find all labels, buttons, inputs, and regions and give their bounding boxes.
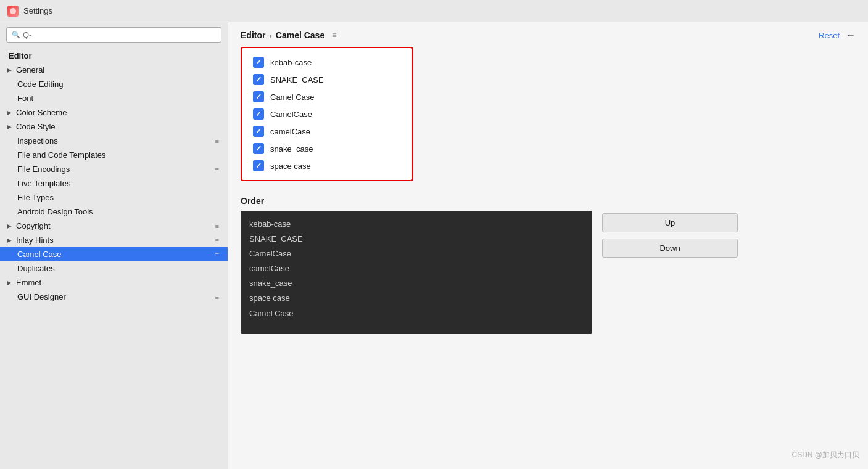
breadcrumb-separator: › — [269, 31, 271, 40]
sidebar-item-file-encodings[interactable]: File Encodings ≡ — [0, 162, 228, 176]
search-box[interactable]: 🔍 — [6, 27, 221, 43]
sidebar-item-label: Inspections — [17, 136, 58, 145]
checkbox-label-camel-case-lower: camelCase — [270, 127, 310, 136]
sidebar-item-copyright[interactable]: ▶ Copyright ≡ — [0, 219, 228, 233]
down-button[interactable]: Down — [602, 239, 738, 258]
settings-icon-inlay-hints: ≡ — [215, 237, 219, 244]
sidebar-item-label: GUI Designer — [17, 292, 66, 301]
order-buttons: Up Down — [602, 213, 738, 258]
checkbox-space-case[interactable] — [253, 160, 264, 171]
checkboxes-panel: kebab-caseSNAKE_CASECamel CaseCamelCasec… — [241, 47, 413, 181]
settings-icon-inspections: ≡ — [215, 137, 219, 145]
settings-icon-camel-case: ≡ — [215, 251, 219, 258]
sidebar-item-label: File Encodings — [17, 165, 70, 174]
sidebar-item-label: Live Templates — [17, 179, 70, 188]
sidebar-item-color-scheme[interactable]: ▶ Color Scheme — [0, 105, 228, 120]
checkbox-row-space-case: space case — [253, 160, 401, 171]
up-button[interactable]: Up — [602, 213, 738, 232]
search-input[interactable] — [23, 30, 216, 39]
content-area: Editor › Camel Case ≡ Reset ← kebab-case… — [228, 22, 868, 469]
checkbox-row-camel-case-spaced: Camel Case — [253, 91, 401, 102]
sidebar-item-label: Copyright — [16, 221, 51, 230]
order-list-item[interactable]: Camel Case — [249, 306, 584, 321]
expand-arrow-emmet: ▶ — [5, 279, 14, 286]
sidebar-item-label: File and Code Templates — [17, 150, 106, 160]
checkbox-camel-case-spaced[interactable] — [253, 91, 264, 102]
checkbox-row-camel-case-lower: camelCase — [253, 126, 401, 137]
sidebar-item-gui-designer[interactable]: GUI Designer ≡ — [0, 290, 228, 304]
sidebar-item-code-style[interactable]: ▶ Code Style — [0, 120, 228, 134]
order-list-item[interactable]: snake_case — [249, 276, 584, 291]
sidebar-item-file-types[interactable]: File Types — [0, 190, 228, 205]
checkbox-label-snake-case-upper: SNAKE_CASE — [270, 75, 324, 84]
settings-icon-file-encodings: ≡ — [215, 166, 219, 173]
svg-point-0 — [10, 8, 16, 14]
order-layout: kebab-caseSNAKE_CASECamelCasecamelCasesn… — [241, 211, 856, 334]
order-list: kebab-caseSNAKE_CASECamelCasecamelCasesn… — [241, 211, 592, 334]
checkbox-snake-case-lower[interactable] — [253, 143, 264, 154]
breadcrumb-icon: ≡ — [332, 31, 336, 39]
sidebar-item-font[interactable]: Font — [0, 91, 228, 105]
content-panel: kebab-caseSNAKE_CASECamel CaseCamelCasec… — [228, 47, 868, 469]
back-button[interactable]: ← — [846, 30, 856, 41]
expand-arrow-code-style: ▶ — [5, 123, 14, 130]
watermark: CSDN @加贝力口贝 — [792, 450, 859, 460]
sidebar-item-label: Inlay Hints — [16, 235, 54, 245]
checkbox-row-snake-case-lower: snake_case — [253, 143, 401, 154]
settings-icon-copyright: ≡ — [215, 222, 219, 230]
main-layout: 🔍 Editor ▶ General Code Editing Font ▶ C… — [0, 22, 868, 469]
sidebar-item-emmet[interactable]: ▶ Emmet — [0, 275, 228, 290]
sidebar-item-label: Android Design Tools — [17, 207, 93, 216]
checkbox-kebab-case[interactable] — [253, 57, 264, 68]
order-list-item[interactable]: space case — [249, 291, 584, 306]
breadcrumb-parent: Editor — [241, 30, 265, 40]
checkbox-camel-case-nospace[interactable] — [253, 108, 264, 120]
sidebar-item-general[interactable]: ▶ General — [0, 63, 228, 77]
sidebar: 🔍 Editor ▶ General Code Editing Font ▶ C… — [0, 22, 228, 469]
sidebar-item-label: File Types — [17, 193, 54, 202]
order-list-item[interactable]: CamelCase — [249, 247, 584, 261]
checkbox-camel-case-lower[interactable] — [253, 126, 264, 137]
sidebar-item-code-editing[interactable]: Code Editing — [0, 77, 228, 91]
breadcrumb-current: Camel Case — [276, 30, 324, 40]
checkbox-label-camel-case-spaced: Camel Case — [270, 92, 315, 102]
checkbox-snake-case-upper[interactable] — [253, 74, 264, 85]
order-list-item[interactable]: SNAKE_CASE — [249, 232, 584, 247]
sidebar-item-duplicates[interactable]: Duplicates — [0, 261, 228, 275]
order-list-item[interactable]: kebab-case — [249, 217, 584, 232]
breadcrumb: Editor › Camel Case ≡ — [241, 30, 336, 40]
reset-button[interactable]: Reset — [819, 31, 840, 40]
content-header: Editor › Camel Case ≡ Reset ← — [228, 22, 868, 47]
sidebar-item-label: Duplicates — [17, 264, 55, 273]
order-list-item[interactable]: camelCase — [249, 261, 584, 276]
sidebar-item-inlay-hints[interactable]: ▶ Inlay Hints ≡ — [0, 233, 228, 247]
checkbox-label-kebab-case: kebab-case — [270, 58, 312, 67]
checkbox-row-snake-case-upper: SNAKE_CASE — [253, 74, 401, 85]
sidebar-item-live-templates[interactable]: Live Templates — [0, 176, 228, 190]
checkbox-label-space-case: space case — [270, 161, 311, 171]
sidebar-item-label: Code Style — [16, 122, 56, 131]
sidebar-item-android-design-tools[interactable]: Android Design Tools — [0, 205, 228, 219]
checkbox-label-camel-case-nospace: CamelCase — [270, 110, 312, 119]
sidebar-item-label: Code Editing — [17, 80, 63, 89]
app-icon — [7, 6, 19, 17]
sidebar-item-label: Emmet — [16, 278, 41, 287]
sidebar-section-header: Editor — [0, 47, 228, 63]
sidebar-item-label: General — [16, 65, 44, 75]
search-icon: 🔍 — [12, 31, 20, 39]
header-actions: Reset ← — [819, 30, 856, 41]
sidebar-item-camel-case[interactable]: Camel Case ≡ — [0, 247, 228, 261]
sidebar-item-file-code-templates[interactable]: File and Code Templates — [0, 148, 228, 162]
checkbox-row-camel-case-nospace: CamelCase — [253, 108, 401, 120]
title-bar: Settings — [0, 0, 868, 22]
settings-icon-gui-designer: ≡ — [215, 293, 219, 301]
checkbox-label-snake-case-lower: snake_case — [270, 144, 313, 153]
sidebar-tree: Editor ▶ General Code Editing Font ▶ Col… — [0, 47, 228, 469]
sidebar-item-inspections[interactable]: Inspections ≡ — [0, 134, 228, 148]
title-bar-title: Settings — [23, 6, 52, 15]
expand-arrow-color-scheme: ▶ — [5, 109, 14, 116]
sidebar-item-label: Font — [17, 94, 33, 103]
sidebar-item-label: Camel Case — [17, 250, 62, 259]
expand-arrow-inlay-hints: ▶ — [5, 237, 14, 243]
expand-arrow-general: ▶ — [5, 67, 14, 73]
